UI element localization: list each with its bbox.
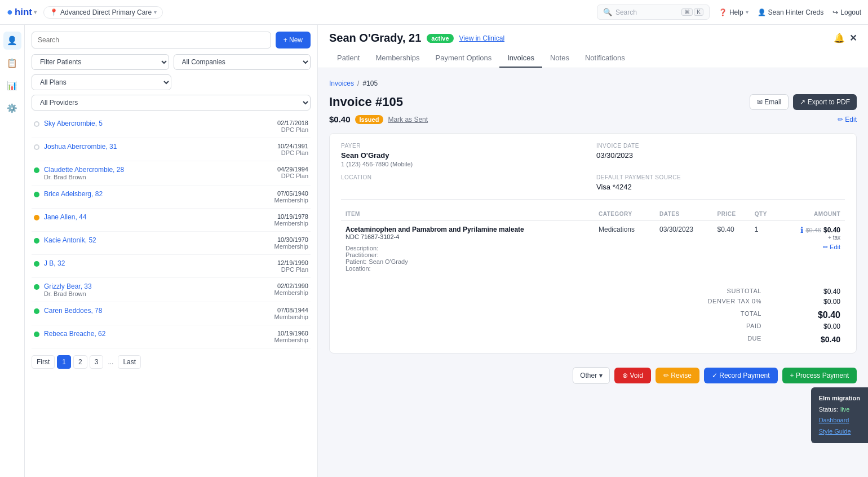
patient-plan: Membership (274, 243, 308, 250)
patient-name: Kacie Antonik, 52 (44, 236, 274, 244)
patient-date: 07/05/1940 (274, 190, 308, 197)
mark-as-sent-link[interactable]: Mark as Sent (388, 116, 428, 123)
totals-section: SUBTOTAL $0.40 DENVER TAX 0% $0.00 TOTAL… (341, 288, 845, 344)
location-chevron-icon: ▾ (154, 9, 157, 15)
all-plans-select[interactable]: All Plans (32, 74, 171, 90)
list-item[interactable]: Sky Abercrombie, 5 02/17/2018 DPC Plan (32, 115, 311, 138)
logo[interactable]: ● hint ▾ (7, 6, 37, 18)
patient-plan: DPC Plan (277, 173, 308, 179)
payer-label: PAYER (341, 143, 590, 149)
sidebar-item-records[interactable]: 📋 (3, 54, 21, 72)
line-item-description-label: Description: (346, 245, 590, 251)
export-pdf-button[interactable]: ↗ Export to PDF (793, 94, 857, 110)
invoice-edit-link[interactable]: ✏ Edit (838, 116, 857, 123)
patient-name: Joshua Abercrombie, 31 (44, 143, 277, 151)
patient-plan: Membership (274, 197, 308, 204)
user-menu[interactable]: 👤 Sean Hinter Creds (758, 8, 824, 16)
migration-status-label: Status: (819, 404, 838, 416)
list-item[interactable]: Joshua Abercrombie, 31 10/24/1991 DPC Pl… (32, 138, 311, 161)
pagination-first[interactable]: First (32, 355, 55, 369)
list-item[interactable]: Claudette Abercrombie, 28 Dr. Brad Brown… (32, 161, 311, 186)
breadcrumb-invoice-id: #105 (362, 80, 378, 87)
line-item-edit-link[interactable]: ✏ Edit (823, 244, 840, 250)
process-payment-button[interactable]: + Process Payment (782, 368, 857, 383)
patient-name: Sky Abercrombie, 5 (44, 120, 277, 127)
new-patient-button[interactable]: + New (276, 32, 311, 48)
email-button[interactable]: ✉ Email (750, 94, 789, 110)
line-item-qty: 1 (750, 221, 779, 277)
logout-button[interactable]: ↪ Logout (832, 8, 861, 16)
tab-notifications[interactable]: Notifications (577, 49, 633, 68)
list-item[interactable]: Brice Adelsberg, 82 07/05/1940 Membershi… (32, 186, 311, 209)
other-button[interactable]: Other ▾ (573, 367, 610, 384)
record-payment-button[interactable]: ✓ Record Payment (704, 368, 778, 383)
patient-list: Sky Abercrombie, 5 02/17/2018 DPC Plan J… (32, 115, 311, 348)
patient-date: 10/24/1991 (277, 143, 308, 149)
user-icon: 👤 (758, 8, 766, 16)
invoice-info-card: PAYER Sean O'Grady 1 (123) 456-7890 (Mob… (329, 133, 857, 354)
filter-patients-select[interactable]: Filter Patients (32, 54, 169, 70)
void-button[interactable]: ⊗ Void (614, 368, 651, 383)
close-button[interactable]: ✕ (849, 33, 857, 43)
search-box[interactable]: 🔍 Search ⌘ K (597, 5, 710, 20)
list-item[interactable]: J B, 32 12/19/1990 DPC Plan (32, 255, 311, 278)
line-item-patient-value: Sean O'Grady (369, 258, 408, 265)
migration-title: Elm migration (819, 393, 860, 404)
patient-plan: DPC Plan (277, 126, 308, 133)
search-placeholder: Search (615, 8, 637, 16)
migration-status-value: live (840, 404, 850, 416)
sidebar-item-patients[interactable]: 👤 (3, 32, 21, 50)
revise-button[interactable]: ✏ Revise (656, 368, 699, 383)
col-amount: AMOUNT (779, 207, 845, 221)
breadcrumb-invoices[interactable]: Invoices (329, 80, 354, 87)
all-providers-select[interactable]: All Providers (32, 95, 311, 111)
patient-name: Brice Adelsberg, 82 (44, 190, 274, 198)
all-companies-select[interactable]: All Companies (174, 54, 311, 70)
patient-plan: Membership (274, 220, 308, 227)
patient-date: 10/30/1970 (274, 236, 308, 243)
help-chevron-icon: ▾ (746, 9, 749, 15)
notification-button[interactable]: 🔔 (834, 33, 845, 43)
pagination-page-3[interactable]: 3 (90, 355, 104, 369)
line-item-location-label: Location: (346, 265, 590, 272)
location-label: LOCATION (341, 174, 590, 180)
patient-header: Sean O'Grady, 21 active View in Clinical… (318, 25, 868, 68)
patient-sub: Dr. Brad Brown (44, 290, 274, 297)
line-item-original-amount: $0.46 (805, 227, 821, 233)
list-item[interactable]: Caren Beddoes, 78 07/08/1944 Membership (32, 302, 311, 325)
tab-invoices[interactable]: Invoices (499, 49, 542, 68)
sidebar-item-analytics[interactable]: 📊 (3, 77, 21, 95)
patient-list-panel: + New Filter Patients All Companies All … (25, 25, 318, 477)
subtotal-value: $0.40 (807, 288, 840, 295)
sidebar-item-settings[interactable]: ⚙️ (3, 99, 21, 117)
migration-popup: Elm migration Status: live Dashboard Sty… (811, 387, 868, 443)
patient-date: 12/19/1990 (277, 259, 308, 266)
invoice-date-label: INVOICE DATE (596, 143, 845, 149)
list-item[interactable]: Grizzly Bear, 33 Dr. Brad Brown 02/02/19… (32, 278, 311, 302)
help-menu[interactable]: ❓ Help ▾ (719, 8, 749, 16)
patient-search-input[interactable] (32, 32, 271, 48)
invoice-date-value: 03/30/2023 (596, 151, 845, 160)
list-item[interactable]: Kacie Antonik, 52 10/30/1970 Membership (32, 232, 311, 255)
tab-patient[interactable]: Patient (329, 49, 367, 68)
list-item[interactable]: Rebeca Breache, 62 10/19/1960 Membership (32, 325, 311, 348)
tab-notes[interactable]: Notes (542, 49, 577, 68)
tab-payment-options[interactable]: Payment Options (428, 49, 500, 68)
paid-label: PAID (671, 323, 761, 330)
pagination-page-2[interactable]: 2 (73, 355, 87, 369)
location-selector[interactable]: 📍 Advanced Direct Primary Care ▾ (43, 6, 163, 19)
patient-date: 10/19/1960 (274, 330, 308, 337)
pagination-page-1[interactable]: 1 (57, 355, 71, 369)
pagination-last[interactable]: Last (118, 355, 141, 369)
help-icon: ❓ (719, 8, 727, 16)
migration-dashboard-link[interactable]: Dashboard (819, 415, 860, 426)
view-clinical-link[interactable]: View in Clinical (459, 34, 504, 42)
list-item[interactable]: Jane Allen, 44 10/19/1978 Membership (32, 209, 311, 232)
patient-date: 02/02/1990 (274, 282, 308, 289)
tab-memberships[interactable]: Memberships (367, 49, 427, 68)
patient-status-dot (34, 308, 39, 314)
patient-status-dot (34, 261, 39, 267)
patient-status-dot (34, 238, 39, 244)
migration-style-guide-link[interactable]: Style Guide (819, 426, 860, 438)
total-label: TOTAL (671, 310, 761, 320)
